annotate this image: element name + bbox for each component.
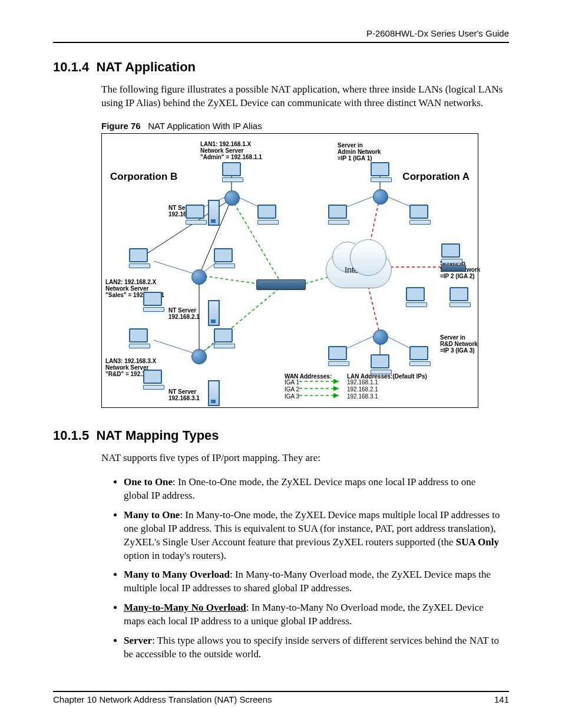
svg-line-22 (367, 281, 380, 335)
list-item: One to One: In One-to-One mode, the ZyXE… (124, 476, 509, 503)
diagram-corp-b-label: Corporation B (110, 172, 177, 183)
figure-76-caption: Figure 76 NAT Application With IP Alias (53, 121, 509, 131)
section-10-1-5-title: NAT Mapping Types (96, 428, 219, 443)
diagram-admin-server-label: Server in Admin Network =IP 1 (IGA 1) (338, 142, 381, 162)
computer-icon (441, 243, 461, 261)
server-icon (208, 300, 220, 326)
mapping-1-body: : In One-to-One mode, the ZyXEL Device m… (124, 476, 475, 501)
computer-icon (214, 248, 234, 266)
computer-icon (371, 354, 391, 372)
mapping-2-sua: SUA Only (456, 536, 499, 548)
diagram-nt2-label: NT Server 192.168.2.1 (168, 307, 200, 320)
figure-76-title: NAT Application With IP Alias (148, 121, 262, 131)
mapping-3-head: Many to Many Overload (124, 569, 230, 580)
computer-icon (409, 205, 429, 222)
list-item: Many-to-Many No Overload: In Many-to-Man… (124, 601, 509, 628)
mapping-2-body-pre: : In Many-to-One mode, the ZyXEL Device … (124, 509, 500, 548)
footer-page-number: 141 (494, 694, 509, 704)
diagram-nt3-label: NT Server 192.168.3.1 (168, 388, 200, 401)
computer-icon (371, 162, 391, 180)
router-icon (373, 330, 388, 345)
computer-icon (328, 346, 348, 364)
computer-icon (214, 328, 234, 346)
figure-76-diagram: LAN1: 192.168.1.X Network Server "Admin"… (101, 133, 478, 408)
router-icon (373, 189, 388, 205)
section-10-1-4-paragraph: The following figure illustrates a possi… (53, 83, 509, 110)
computer-icon (328, 205, 348, 222)
mapping-2-head: Many to One (124, 509, 180, 521)
diagram-internet-label: Internet (326, 265, 391, 275)
server-icon (208, 380, 220, 406)
section-10-1-5-intro: NAT supports five types of IP/port mappi… (53, 452, 509, 465)
header-rule (53, 42, 509, 43)
mapping-5-head: Server (124, 635, 152, 646)
mapping-types-list: One to One: In One-to-One mode, the ZyXE… (53, 476, 509, 661)
header-guide-title: P-2608HWL-Dx Series User's Guide (53, 28, 509, 42)
section-10-1-5-number: 10.1.5 (53, 428, 89, 443)
computer-icon (129, 328, 149, 346)
computer-icon (143, 370, 163, 387)
switch-icon (256, 279, 306, 290)
section-10-1-4-title: NAT Application (96, 60, 196, 74)
switch-icon (441, 265, 466, 272)
mapping-5-body: : This type allows you to specify inside… (124, 635, 499, 660)
diagram-iga2-r: 192.168.2.1 (347, 386, 378, 393)
computer-icon (143, 292, 163, 309)
diagram-corp-a-label: Corporation A (402, 172, 470, 183)
mapping-2-body-post: option in today's routers). (124, 550, 226, 561)
list-item: Many to Many Overload: In Many-to-Many O… (124, 568, 509, 595)
list-item: Server: This type allows you to specify … (124, 634, 509, 661)
router-icon (191, 269, 207, 285)
section-10-1-4-heading: 10.1.4 NAT Application (53, 60, 509, 75)
computer-icon (222, 162, 242, 180)
footer-chapter: Chapter 10 Network Address Translation (… (53, 694, 272, 704)
computer-icon (129, 248, 149, 266)
computer-icon (409, 346, 429, 364)
router-icon (224, 190, 240, 206)
diagram-iga3-r: 192.168.3.1 (347, 393, 378, 400)
computer-icon (406, 287, 426, 305)
router-icon (191, 349, 207, 364)
diagram-iga1-l: IGA 1 (285, 379, 299, 386)
list-item: Many to One: In Many-to-One mode, the Zy… (124, 509, 509, 563)
diagram-iga2-l: IGA 2 (285, 386, 299, 393)
diagram-lan1-label: LAN1: 192.168.1.X Network Server "Admin"… (200, 141, 262, 160)
svg-line-11 (199, 275, 256, 284)
footer-rule (53, 691, 509, 692)
computer-icon (186, 205, 206, 222)
computer-icon (449, 287, 470, 305)
mapping-1-head: One to One (124, 476, 173, 487)
figure-76-number: Figure 76 (101, 121, 141, 131)
section-10-1-4-number: 10.1.4 (53, 60, 89, 74)
diagram-iga3-l: IGA 3 (285, 393, 299, 400)
mapping-4-head: Many-to-Many No Overload (124, 602, 246, 613)
cloud-icon: Internet (326, 252, 392, 288)
diagram-rd-server-label: Server in R&D Network =IP 3 (IGA 3) (440, 334, 478, 354)
server-icon (208, 200, 220, 226)
diagram-iga1-r: 192.168.1.1 (347, 379, 378, 386)
section-10-1-5-heading: 10.1.5 NAT Mapping Types (53, 428, 509, 443)
computer-icon (257, 205, 277, 222)
